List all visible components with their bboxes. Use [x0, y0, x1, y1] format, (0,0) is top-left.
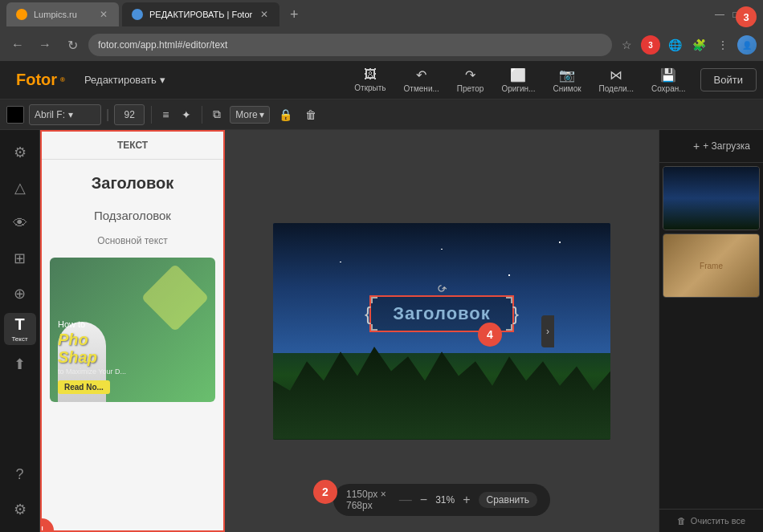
delete-button[interactable]: 🗑 — [301, 106, 320, 124]
canvas-dimensions: 1150px × 768px — [346, 489, 391, 511]
tab-favicon-lumpics — [16, 9, 27, 20]
font-size-separator: | — [106, 108, 109, 122]
rotate-handle[interactable]: ↺ — [434, 281, 450, 297]
tab-lumpics[interactable]: Lumpics.ru ✕ — [6, 2, 119, 26]
sidebar-item-help[interactable]: ? — [4, 458, 36, 490]
more-button[interactable]: More ▾ — [230, 106, 269, 124]
login-button[interactable]: Войти — [700, 68, 757, 91]
zoom-out-button[interactable]: − — [420, 493, 427, 507]
sidebar-item-config[interactable]: ⚙ — [4, 493, 36, 526]
profile-avatar[interactable]: 👤 — [737, 35, 757, 55]
original-icon: ⬜ — [510, 67, 526, 83]
snapshot-button[interactable]: 📷 Снимок — [545, 64, 589, 96]
add-heading-button[interactable]: Заголовок — [50, 168, 215, 199]
save-button[interactable]: 💾 Сохран... — [643, 64, 694, 96]
original-button[interactable]: ⬜ Оригин... — [493, 64, 543, 96]
left-bracket[interactable]: { — [365, 303, 371, 325]
globe-icon[interactable]: 🌐 — [665, 35, 684, 55]
right-bracket[interactable]: } — [512, 303, 519, 325]
chevron-down-icon: ▾ — [259, 109, 264, 120]
add-subheading-button[interactable]: Подзаголовок — [50, 204, 215, 227]
tab-close-lumpics[interactable]: ✕ — [98, 7, 109, 22]
sidebar-item-text[interactable]: T Текст — [4, 313, 36, 345]
puzzle-icon[interactable]: 🧩 — [689, 35, 708, 55]
redo-button[interactable]: ↷ Претор — [449, 64, 492, 96]
download-icon: ⬆ — [14, 355, 26, 373]
resize-handle-br[interactable] — [506, 324, 512, 331]
browser-chrome: Lumpics.ru ✕ РЕДАКТИРОВАТЬ | Fotor ✕ + —… — [0, 0, 763, 61]
effects-icon: △ — [14, 179, 26, 197]
sidebar-item-layers[interactable]: ⊞ — [4, 242, 36, 274]
color-swatch[interactable] — [6, 106, 24, 124]
right-panel: + + Загрузка 3 Frame 🗑 Очистить все — [659, 130, 763, 532]
resize-handle-tl[interactable] — [371, 297, 377, 303]
edit-menu[interactable]: Редактировать ▾ — [75, 71, 175, 89]
align-button[interactable]: ≡ — [158, 106, 173, 124]
open-icon: 🖼 — [364, 67, 377, 82]
style-button[interactable]: ✦ — [177, 106, 195, 124]
forward-button[interactable]: → — [34, 34, 56, 56]
chevron-down-icon: ▾ — [160, 74, 165, 86]
text-label: Текст — [11, 335, 27, 343]
minimize-button[interactable]: — — [715, 10, 724, 19]
undo-button[interactable]: ↶ Отмени... — [396, 64, 447, 96]
tab-bar: Lumpics.ru ✕ РЕДАКТИРОВАТЬ | Fotor ✕ + —… — [0, 0, 763, 29]
resize-handle-tr[interactable] — [506, 297, 512, 303]
resize-handle-bl[interactable] — [371, 324, 377, 331]
template-how-text: How to — [58, 319, 207, 329]
reload-button[interactable]: ↻ — [61, 34, 84, 56]
address-input[interactable] — [88, 34, 612, 56]
sidebar-item-download[interactable]: ⬆ — [4, 348, 36, 380]
right-panel-toggle[interactable]: › — [541, 315, 554, 347]
app-container: Fotor® Редактировать ▾ 🖼 Открыть ↶ Отмен… — [0, 61, 763, 532]
sidebar-item-settings[interactable]: ⚙ — [4, 136, 36, 169]
thumbnail-1[interactable] — [663, 166, 760, 230]
menu-icon[interactable]: ⋮ — [713, 35, 732, 55]
lock-button[interactable]: 🔒 — [275, 106, 296, 124]
template-large-text1: Pho — [58, 331, 207, 348]
main-area: ⚙ △ 👁 ⊞ ⊕ T Текст ⬆ ? — [0, 130, 763, 532]
template-card[interactable]: How to Pho Shap to Maximize Your D... Re… — [50, 258, 215, 402]
thumbnail-2[interactable]: Frame — [663, 234, 760, 298]
sidebar-item-eye[interactable]: 👁 — [4, 207, 36, 239]
browser-action-icons: ☆ 3 🌐 🧩 ⋮ 👤 — [617, 35, 757, 55]
text-panel-header: ТЕКСТ — [42, 132, 223, 160]
bookmark-icon[interactable]: ☆ — [617, 35, 636, 55]
app-logo: Fotor® — [6, 71, 75, 89]
new-tab-button[interactable]: + — [283, 3, 305, 26]
chevron-down-icon: ▾ — [68, 109, 73, 120]
share-label: Подели... — [599, 84, 634, 93]
back-button[interactable]: ← — [6, 34, 29, 56]
help-icon: ? — [15, 466, 23, 483]
copy-button[interactable]: ⧉ — [209, 105, 225, 124]
snapshot-label: Снимок — [553, 84, 581, 93]
font-name: Abril F: — [35, 109, 65, 120]
add-body-button[interactable]: Основной текст — [50, 232, 215, 250]
thumbnail-image-1 — [663, 167, 759, 229]
app-toolbar: Fotor® Редактировать ▾ 🖼 Открыть ↶ Отмен… — [0, 61, 763, 99]
open-label: Открыть — [354, 83, 386, 92]
extension-badge-icon[interactable]: 3 — [641, 35, 660, 55]
open-button[interactable]: 🖼 Открыть — [346, 64, 394, 95]
rotate-icon: ↺ — [434, 281, 450, 297]
badge-1: 1 — [40, 518, 54, 532]
tab-close-fotor[interactable]: ✕ — [259, 7, 270, 22]
canvas-trees — [273, 342, 610, 440]
text-options: Заголовок Подзаголовок Основной текст Ho… — [42, 160, 223, 410]
logo-text: Fotor — [16, 71, 57, 89]
tab-fotor[interactable]: РЕДАКТИРОВАТЬ | Fotor ✕ — [122, 2, 279, 26]
sidebar-item-add[interactable]: ⊕ — [4, 278, 36, 310]
share-button[interactable]: ⋈ Подели... — [591, 64, 642, 96]
compare-button[interactable]: Сравнить — [479, 492, 537, 508]
upload-button[interactable]: + + Загрузка — [687, 136, 757, 156]
canvas-wrapper: ↺ { } Заголовок — [273, 223, 610, 440]
zoom-in-button[interactable]: + — [463, 493, 470, 507]
sidebar-item-effects[interactable]: △ — [4, 172, 36, 204]
font-selector[interactable]: Abril F: ▾ — [29, 104, 101, 125]
clear-button[interactable]: 🗑 Очистить все — [659, 509, 763, 532]
template-btn[interactable]: Read No... — [58, 380, 110, 394]
tab-title-lumpics: Lumpics.ru — [34, 10, 92, 19]
font-size-input[interactable] — [114, 104, 145, 125]
edit-menu-label: Редактировать — [84, 74, 157, 86]
share-icon: ⋈ — [610, 67, 622, 83]
